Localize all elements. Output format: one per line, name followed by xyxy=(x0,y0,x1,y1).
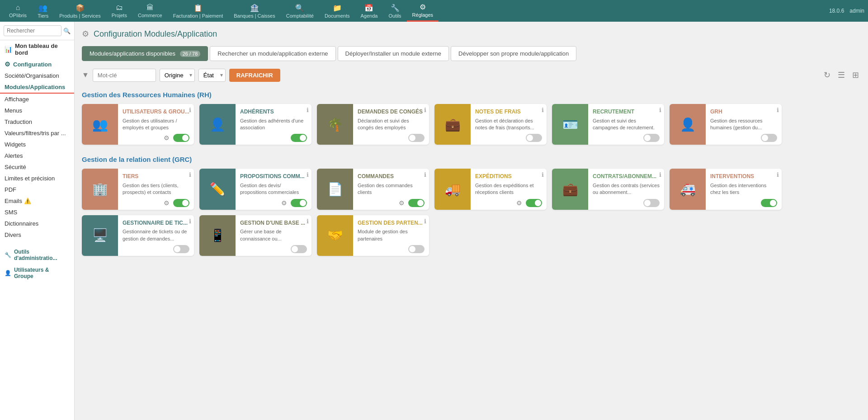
tiers-icon: 👥 xyxy=(38,4,47,12)
sidebar-item-securite[interactable]: Sécurité xyxy=(0,161,74,173)
sidebar-label-dictionnaires: Dictionnaires xyxy=(5,220,38,227)
nav-item-comptabilite[interactable]: 🔍 Comptabilité xyxy=(281,0,319,22)
nav-item-reglages[interactable]: ⚙ Réglages xyxy=(407,0,439,22)
nav-item-projets[interactable]: 🗂 Projets xyxy=(106,0,132,22)
info-icon-tickets[interactable]: ℹ xyxy=(189,218,191,225)
sidebar-item-sms[interactable]: SMS xyxy=(0,207,74,218)
nav-item-banques[interactable]: 🏦 Banques | Caisses xyxy=(228,0,281,22)
card-gear-utilisateurs[interactable]: ⚙ xyxy=(164,134,170,142)
origine-select[interactable]: Origine xyxy=(160,69,195,82)
sidebar-item-modules[interactable]: Modules/Applications xyxy=(0,81,74,94)
card-footer-contrats xyxy=(593,199,660,207)
sidebar-item-menus[interactable]: Menus xyxy=(0,105,74,116)
nav-item-agenda[interactable]: 📅 Agenda xyxy=(355,0,383,22)
card-desc-tiers: Gestion des tiers (clients, prospects) e… xyxy=(123,182,189,196)
info-icon-partenaires[interactable]: ℹ xyxy=(424,218,426,225)
info-icon-interventions[interactable]: ℹ xyxy=(777,171,779,178)
info-icon-adherents[interactable]: ℹ xyxy=(307,107,309,113)
grid-view-icon[interactable]: ⊞ xyxy=(850,68,861,82)
list-view-icon[interactable]: ☰ xyxy=(836,68,847,82)
sidebar-item-divers[interactable]: Divers xyxy=(0,229,74,241)
sidebar-item-dictionnaires[interactable]: Dictionnaires xyxy=(0,218,74,229)
sidebar-item-alertes[interactable]: Alertes xyxy=(0,150,74,161)
card-toggle-partenaires[interactable] xyxy=(408,245,425,253)
sidebar-item-configuration[interactable]: ⚙ Configuration xyxy=(0,58,74,70)
nav-item-produits[interactable]: 📦 Produits | Services xyxy=(54,0,106,22)
sidebar-item-affichage[interactable]: Affichage xyxy=(0,94,74,105)
top-nav-right: 18.0.6 admin xyxy=(829,8,864,14)
tab-disponibles[interactable]: Modules/applications disponibles 26 / 78 xyxy=(82,46,208,61)
card-footer-tickets xyxy=(123,245,189,253)
sidebar-item-tableau-de-bord[interactable]: 📊 Mon tableau de bord xyxy=(0,40,74,58)
sidebar-item-valeurs[interactable]: Valeurs/filtres/tris par ... xyxy=(0,127,74,139)
card-toggle-expeditions[interactable] xyxy=(526,199,542,207)
card-toggle-adherents[interactable] xyxy=(291,134,307,142)
card-toggle-interventions[interactable] xyxy=(761,199,777,207)
card-toggle-contrats[interactable] xyxy=(643,199,660,207)
nav-item-tiers[interactable]: 👥 Tiers xyxy=(32,0,54,22)
search-input[interactable] xyxy=(4,25,61,36)
refresh-icon[interactable]: ↻ xyxy=(822,68,832,82)
card-footer-tiers: ⚙ xyxy=(123,199,189,207)
card-toggle-recrutement[interactable] xyxy=(643,134,660,142)
info-icon-notes-frais[interactable]: ℹ xyxy=(542,107,544,113)
sidebar-item-pdf[interactable]: PDF xyxy=(0,184,74,195)
sidebar-label-societe: Société/Organisation xyxy=(5,72,59,79)
nav-item-oplibris[interactable]: ⌂ OPIibris xyxy=(4,0,32,22)
module-card-expeditions: 🚚EXPÉDITIONSGestion des expéditions et r… xyxy=(434,169,547,209)
sidebar-item-limites[interactable]: Limites et précision xyxy=(0,173,74,184)
sidebar-group-outils-admin[interactable]: 🔧 Outils d'administratio... xyxy=(0,246,74,264)
etat-select-wrap: État xyxy=(198,69,226,82)
card-toggle-notes-frais[interactable] xyxy=(526,134,542,142)
card-toggle-grh[interactable] xyxy=(761,134,777,142)
reglages-icon: ⚙ xyxy=(420,3,426,11)
search-icon[interactable]: 🔍 xyxy=(63,28,71,34)
sidebar-label-outils-admin: Outils d'administratio... xyxy=(14,249,70,261)
nav-item-documents[interactable]: 📁 Documents xyxy=(319,0,355,22)
card-toggle-conges[interactable] xyxy=(408,134,425,142)
card-gear-propositions[interactable]: ⚙ xyxy=(281,199,287,207)
sidebar-item-widgets[interactable]: Widgets xyxy=(0,139,74,150)
nav-item-commerce[interactable]: 🏛 Commerce xyxy=(132,0,168,22)
view-icons: ↻ ☰ ⊞ xyxy=(822,68,861,82)
card-toggle-propositions[interactable] xyxy=(291,199,307,207)
tab-rechercher[interactable]: Rechercher un module/application externe xyxy=(210,46,335,61)
info-icon-conges[interactable]: ℹ xyxy=(424,107,426,113)
card-footer-interventions xyxy=(710,199,777,207)
card-toggle-tickets[interactable] xyxy=(173,245,189,253)
nav-label-tiers: Tiers xyxy=(38,13,48,19)
sidebar-item-traduction[interactable]: Traduction xyxy=(0,116,74,127)
card-title-grh: GRH xyxy=(710,109,777,116)
sidebar-item-emails[interactable]: Emails ⚠️ xyxy=(0,195,74,207)
filter-icon: ▼ xyxy=(82,71,89,79)
nav-item-facturation[interactable]: 📋 Facturation | Paiement xyxy=(168,0,228,22)
module-card-interventions: 🚑INTERVENTIONSGestion des interventions … xyxy=(670,169,782,209)
tab-deployer[interactable]: Déployer/Installer un module externe xyxy=(338,46,449,61)
keyword-input[interactable] xyxy=(93,69,156,82)
sidebar-group-utilisateurs[interactable]: 👤 Utilisateurs & Groupe xyxy=(0,264,74,282)
sidebar-item-societe[interactable]: Société/Organisation xyxy=(0,70,74,81)
card-gear-commandes[interactable]: ⚙ xyxy=(399,199,405,207)
warning-icon: ⚠️ xyxy=(24,198,31,204)
nav-item-outils[interactable]: 🔧 Outils xyxy=(383,0,406,22)
refresh-button[interactable]: RAFRAICHIR xyxy=(229,69,280,82)
card-toggle-commandes[interactable] xyxy=(408,199,425,207)
info-icon-base-connaissance[interactable]: ℹ xyxy=(307,218,309,225)
tab-developper[interactable]: Développer son propre module/application xyxy=(451,46,576,61)
info-icon-expeditions[interactable]: ℹ xyxy=(542,171,544,178)
card-gear-expeditions[interactable]: ⚙ xyxy=(516,199,522,207)
info-icon-propositions[interactable]: ℹ xyxy=(307,171,309,178)
module-card-commandes: 📄COMMANDESGestion des commandes clients⚙… xyxy=(317,169,429,209)
info-icon-tiers[interactable]: ℹ xyxy=(189,171,191,178)
info-icon-commandes[interactable]: ℹ xyxy=(424,171,426,178)
card-toggle-tiers[interactable] xyxy=(173,199,189,207)
card-toggle-base-connaissance[interactable] xyxy=(291,245,307,253)
etat-select[interactable]: État xyxy=(198,69,226,82)
card-gear-tiers[interactable]: ⚙ xyxy=(164,199,170,207)
card-toggle-utilisateurs[interactable] xyxy=(173,134,189,142)
info-icon-contrats[interactable]: ℹ xyxy=(659,171,661,178)
user-label[interactable]: admin xyxy=(849,8,864,14)
info-icon-recrutement[interactable]: ℹ xyxy=(659,107,661,113)
info-icon-utilisateurs[interactable]: ℹ xyxy=(189,107,191,113)
info-icon-grh[interactable]: ℹ xyxy=(777,107,779,113)
